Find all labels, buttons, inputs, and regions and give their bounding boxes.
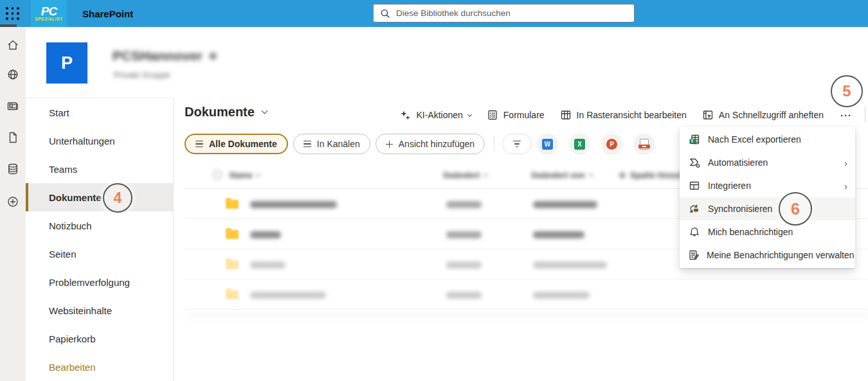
app-launcher-icon[interactable] [6,7,20,20]
document-icon[interactable] [0,125,26,150]
annotation-step-6: 6 [779,192,812,226]
word-template-button[interactable]: W [537,134,558,155]
product-title: SharePoint [82,0,133,27]
sidebar-item-label: Websiteinhalte [49,305,112,316]
blurred-date-cell [446,231,482,238]
sidebar-item-problemverfolgung[interactable]: Problemverfolgung [26,268,173,296]
sidebar-item-dokumente[interactable]: Dokumente [26,183,173,211]
table-row[interactable] [185,279,868,310]
svg-text:X: X [691,139,694,143]
filter-icon [513,141,521,148]
sync-icon [688,203,701,215]
plus-icon [386,141,393,148]
column-header-name[interactable]: Name [230,170,260,180]
column-header-geaendert[interactable]: Geändert [443,170,487,180]
plus-icon [619,172,626,179]
folder-icon [226,290,239,299]
view-pill-alle-dokumente[interactable]: Alle Dokumente [185,134,288,154]
chevron-down-icon [256,172,260,177]
database-icon[interactable] [0,156,26,182]
pdf-icon [640,139,649,150]
chevron-down-icon [484,172,488,177]
command-bar: KI-Aktionen Formulare In Rasteransicht b… [399,106,868,124]
menu-item-synchronisieren[interactable]: Synchronisieren [680,197,855,220]
automate-flow-icon [688,157,701,168]
sidebar-item-unterhaltungen[interactable]: Unterhaltungen [26,127,173,155]
sidebar-item-start[interactable]: Start [26,98,173,127]
schnellzugriff-button[interactable]: An Schnellzugriff anheften [702,109,824,121]
grid-edit-icon [560,109,572,121]
rasteransicht-button[interactable]: In Rasteransicht bearbeiten [560,109,687,121]
excel-export-icon: X [688,134,701,145]
blurred-date-cell [446,201,482,208]
word-icon: W [542,139,553,150]
powerpoint-template-button[interactable]: P [601,134,622,155]
bell-icon [688,226,701,238]
views-divider [494,136,494,152]
home-icon[interactable] [0,32,26,58]
menu-item-integrieren[interactable]: Integrieren › [680,174,855,197]
site-initial: P [61,53,73,73]
menu-item-nach-excel-exportieren[interactable]: X Nach Excel exportieren [680,128,855,151]
column-header-geaendert-von[interactable]: Geändert von [531,170,593,180]
manage-alerts-icon [688,249,700,261]
excel-template-button[interactable]: X [569,134,590,155]
blurred-person-cell [533,201,597,208]
sidebar-item-notizbuch[interactable]: Notizbuch [26,211,173,240]
sharepoint-app-bar [0,27,26,381]
folder-icon [226,260,239,269]
blurred-date-cell [446,261,482,269]
sidebar-item-label: Problemverfolgung [49,277,130,288]
sharepoint-window: PC SPEZIALIST SharePoint [0,0,868,381]
select-all-toggle-blurred[interactable] [213,170,222,179]
chevron-down-icon [467,112,472,116]
view-pill-in-kanaelen[interactable]: In Kanälen [293,134,370,154]
annotation-step-5: 5 [831,75,863,107]
library-title-dropdown[interactable]: Dokumente [185,105,267,120]
chevron-down-icon [261,108,267,114]
blurred-person-cell [533,292,590,299]
folder-icon [226,200,239,209]
site-title-blurred[interactable]: PCSHannover ⊕ [113,48,217,64]
sidebar-item-label: Unterhaltungen [49,136,115,146]
submenu-chevron-icon: › [844,157,847,168]
blurred-name-cell [250,292,326,299]
blurred-date-cell [446,292,482,299]
menu-item-benachrichtigungen-verwalten[interactable]: Meine Benachrichtigungen verwalten [680,244,855,267]
sidebar-item-papierkorb[interactable]: Papierkorb [26,324,173,353]
sidebar-item-label: Seiten [49,249,77,260]
excel-icon: X [574,139,585,150]
filter-views-button[interactable] [502,134,532,154]
company-logo[interactable]: PC SPEZIALIST [31,0,67,27]
view-list-icon [195,141,203,148]
folder-icon [226,230,239,239]
news-icon[interactable] [0,93,26,119]
add-icon[interactable] [0,189,26,215]
toolbar-divider [865,107,865,123]
ki-aktionen-button[interactable]: KI-Aktionen [399,109,471,121]
blurred-person-cell [533,261,607,269]
more-commands-menu: X Nach Excel exportieren Automatisieren … [680,127,855,268]
ai-sparkle-icon [399,109,411,121]
sidebar-item-bearbeiten[interactable]: Bearbeiten [26,353,173,381]
menu-item-mich-benachrichtigen[interactable]: Mich benachrichtigen [680,220,855,244]
site-logo-tile[interactable]: P [46,42,87,84]
sidebar-item-seiten[interactable]: Seiten [26,240,173,268]
sidebar-item-teams[interactable]: Teams [26,155,173,183]
pdf-template-button[interactable] [633,134,655,155]
more-commands-button[interactable]: ··· [839,110,853,121]
sidebar-item-websiteinhalte[interactable]: Websiteinhalte [26,296,173,324]
blurred-person-cell [533,231,584,238]
search-bar[interactable] [373,4,635,22]
top-suite-bar: PC SPEZIALIST SharePoint [0,0,868,27]
formulare-button[interactable]: Formulare [487,109,545,121]
menu-item-automatisieren[interactable]: Automatisieren › [680,151,855,174]
annotation-step-4: 4 [103,183,132,213]
sidebar-item-label: Papierkorb [49,333,96,344]
sidebar-item-label: Teams [49,164,77,175]
table-bottom-shadow [185,310,868,311]
globe-icon[interactable] [0,62,26,87]
integrate-grid-icon [688,180,701,191]
search-input[interactable] [396,8,628,18]
add-view-button[interactable]: Ansicht hinzufügen [375,134,485,154]
